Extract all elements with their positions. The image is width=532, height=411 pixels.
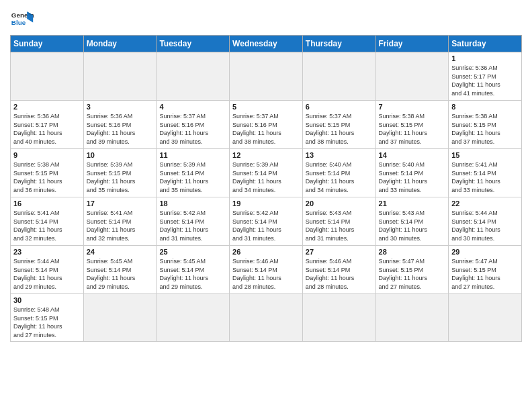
day-number: 13	[306, 151, 373, 159]
day-info: Sunrise: 5:36 AM Sunset: 5:17 PM Dayligh…	[451, 64, 519, 97]
calendar-cell	[83, 294, 157, 342]
logo: General Blue	[10, 7, 34, 31]
day-info: Sunrise: 5:41 AM Sunset: 5:14 PM Dayligh…	[451, 161, 519, 194]
day-info: Sunrise: 5:37 AM Sunset: 5:16 PM Dayligh…	[232, 112, 300, 146]
day-info: Sunrise: 5:39 AM Sunset: 5:14 PM Dayligh…	[232, 161, 300, 194]
calendar-cell: 22Sunrise: 5:44 AM Sunset: 5:14 PM Dayli…	[449, 197, 522, 246]
day-info: Sunrise: 5:38 AM Sunset: 5:15 PM Dayligh…	[379, 112, 446, 146]
day-info: Sunrise: 5:48 AM Sunset: 5:15 PM Dayligh…	[13, 306, 81, 339]
day-number: 1	[451, 54, 519, 62]
day-info: Sunrise: 5:46 AM Sunset: 5:14 PM Dayligh…	[232, 257, 300, 291]
day-number: 17	[87, 199, 154, 208]
day-info: Sunrise: 5:43 AM Sunset: 5:14 PM Dayligh…	[379, 209, 446, 242]
calendar-cell: 18Sunrise: 5:42 AM Sunset: 5:14 PM Dayli…	[157, 197, 230, 246]
calendar-row: 16Sunrise: 5:41 AM Sunset: 5:14 PM Dayli…	[11, 197, 522, 246]
day-number: 20	[306, 199, 373, 208]
day-info: Sunrise: 5:45 AM Sunset: 5:14 PM Dayligh…	[87, 257, 154, 291]
day-number: 26	[232, 248, 300, 256]
day-number: 5	[232, 103, 300, 111]
day-info: Sunrise: 5:44 AM Sunset: 5:14 PM Dayligh…	[13, 257, 81, 291]
weekday-thursday: Thursday	[302, 36, 375, 52]
calendar-cell: 12Sunrise: 5:39 AM Sunset: 5:14 PM Dayli…	[230, 149, 303, 197]
day-number: 2	[13, 103, 81, 111]
day-number: 7	[379, 103, 446, 111]
calendar-cell: 11Sunrise: 5:39 AM Sunset: 5:14 PM Dayli…	[157, 149, 230, 197]
day-info: Sunrise: 5:37 AM Sunset: 5:16 PM Dayligh…	[159, 112, 226, 146]
day-number: 9	[13, 151, 81, 159]
calendar-cell: 26Sunrise: 5:46 AM Sunset: 5:14 PM Dayli…	[230, 246, 303, 294]
calendar-cell	[449, 294, 522, 342]
day-number: 29	[451, 248, 519, 256]
calendar-cell: 19Sunrise: 5:42 AM Sunset: 5:14 PM Dayli…	[230, 197, 303, 246]
calendar-cell	[375, 52, 449, 101]
day-number: 21	[379, 199, 446, 208]
calendar-cell	[83, 52, 157, 101]
day-info: Sunrise: 5:37 AM Sunset: 5:15 PM Dayligh…	[306, 112, 373, 146]
day-number: 28	[379, 248, 446, 256]
day-info: Sunrise: 5:47 AM Sunset: 5:15 PM Dayligh…	[379, 257, 446, 291]
calendar-cell: 6Sunrise: 5:37 AM Sunset: 5:15 PM Daylig…	[302, 101, 375, 149]
calendar-cell: 10Sunrise: 5:39 AM Sunset: 5:15 PM Dayli…	[83, 149, 157, 197]
calendar-cell: 13Sunrise: 5:40 AM Sunset: 5:14 PM Dayli…	[302, 149, 375, 197]
calendar-cell	[375, 294, 449, 342]
day-number: 16	[13, 199, 81, 208]
day-number: 18	[159, 199, 226, 208]
day-number: 4	[159, 103, 226, 111]
day-number: 27	[306, 248, 373, 256]
calendar-cell: 30Sunrise: 5:48 AM Sunset: 5:15 PM Dayli…	[11, 294, 84, 342]
calendar-row: 23Sunrise: 5:44 AM Sunset: 5:14 PM Dayli…	[11, 246, 522, 294]
day-info: Sunrise: 5:46 AM Sunset: 5:14 PM Dayligh…	[306, 257, 373, 291]
weekday-tuesday: Tuesday	[157, 36, 230, 52]
day-number: 14	[379, 151, 446, 159]
calendar-cell: 3Sunrise: 5:36 AM Sunset: 5:16 PM Daylig…	[83, 101, 157, 149]
day-number: 10	[87, 151, 154, 159]
day-info: Sunrise: 5:42 AM Sunset: 5:14 PM Dayligh…	[159, 209, 226, 242]
day-number: 24	[87, 248, 154, 256]
day-info: Sunrise: 5:36 AM Sunset: 5:16 PM Dayligh…	[87, 112, 154, 146]
day-info: Sunrise: 5:42 AM Sunset: 5:14 PM Dayligh…	[232, 209, 300, 242]
calendar-cell	[230, 294, 303, 342]
calendar-cell	[157, 52, 230, 101]
day-info: Sunrise: 5:47 AM Sunset: 5:15 PM Dayligh…	[451, 257, 519, 291]
weekday-saturday: Saturday	[449, 36, 522, 52]
weekday-wednesday: Wednesday	[230, 36, 303, 52]
day-number: 6	[306, 103, 373, 111]
calendar-cell: 2Sunrise: 5:36 AM Sunset: 5:17 PM Daylig…	[11, 101, 84, 149]
calendar-body: 1Sunrise: 5:36 AM Sunset: 5:17 PM Daylig…	[11, 52, 522, 342]
calendar-cell: 4Sunrise: 5:37 AM Sunset: 5:16 PM Daylig…	[157, 101, 230, 149]
day-info: Sunrise: 5:39 AM Sunset: 5:15 PM Dayligh…	[87, 161, 154, 194]
day-number: 8	[451, 103, 519, 111]
logo-icon: General Blue	[10, 7, 34, 31]
day-number: 12	[232, 151, 300, 159]
day-info: Sunrise: 5:40 AM Sunset: 5:14 PM Dayligh…	[379, 161, 446, 194]
day-number: 3	[87, 103, 154, 111]
calendar-row: 9Sunrise: 5:38 AM Sunset: 5:15 PM Daylig…	[11, 149, 522, 197]
calendar-cell: 8Sunrise: 5:38 AM Sunset: 5:15 PM Daylig…	[449, 101, 522, 149]
calendar-table: SundayMondayTuesdayWednesdayThursdayFrid…	[10, 35, 522, 342]
weekday-sunday: Sunday	[11, 36, 84, 52]
calendar-cell: 20Sunrise: 5:43 AM Sunset: 5:14 PM Dayli…	[302, 197, 375, 246]
calendar-cell: 29Sunrise: 5:47 AM Sunset: 5:15 PM Dayli…	[449, 246, 522, 294]
calendar-cell: 1Sunrise: 5:36 AM Sunset: 5:17 PM Daylig…	[449, 52, 522, 101]
day-info: Sunrise: 5:45 AM Sunset: 5:14 PM Dayligh…	[159, 257, 226, 291]
day-info: Sunrise: 5:36 AM Sunset: 5:17 PM Dayligh…	[13, 112, 81, 146]
weekday-header-row: SundayMondayTuesdayWednesdayThursdayFrid…	[11, 36, 522, 52]
calendar-cell: 7Sunrise: 5:38 AM Sunset: 5:15 PM Daylig…	[375, 101, 449, 149]
day-info: Sunrise: 5:39 AM Sunset: 5:14 PM Dayligh…	[159, 161, 226, 194]
day-info: Sunrise: 5:38 AM Sunset: 5:15 PM Dayligh…	[451, 112, 519, 146]
calendar-cell: 5Sunrise: 5:37 AM Sunset: 5:16 PM Daylig…	[230, 101, 303, 149]
calendar-cell	[302, 52, 375, 101]
calendar-cell: 28Sunrise: 5:47 AM Sunset: 5:15 PM Dayli…	[375, 246, 449, 294]
calendar-cell: 17Sunrise: 5:41 AM Sunset: 5:14 PM Dayli…	[83, 197, 157, 246]
calendar-cell	[230, 52, 303, 101]
calendar-cell: 27Sunrise: 5:46 AM Sunset: 5:14 PM Dayli…	[302, 246, 375, 294]
calendar-cell: 14Sunrise: 5:40 AM Sunset: 5:14 PM Dayli…	[375, 149, 449, 197]
calendar-cell: 23Sunrise: 5:44 AM Sunset: 5:14 PM Dayli…	[11, 246, 84, 294]
day-number: 30	[13, 296, 81, 304]
calendar-row: 30Sunrise: 5:48 AM Sunset: 5:15 PM Dayli…	[11, 294, 522, 342]
day-number: 11	[159, 151, 226, 159]
day-info: Sunrise: 5:44 AM Sunset: 5:14 PM Dayligh…	[451, 209, 519, 242]
day-info: Sunrise: 5:43 AM Sunset: 5:14 PM Dayligh…	[306, 209, 373, 242]
calendar-cell: 15Sunrise: 5:41 AM Sunset: 5:14 PM Dayli…	[449, 149, 522, 197]
page-header: General Blue	[10, 7, 522, 31]
